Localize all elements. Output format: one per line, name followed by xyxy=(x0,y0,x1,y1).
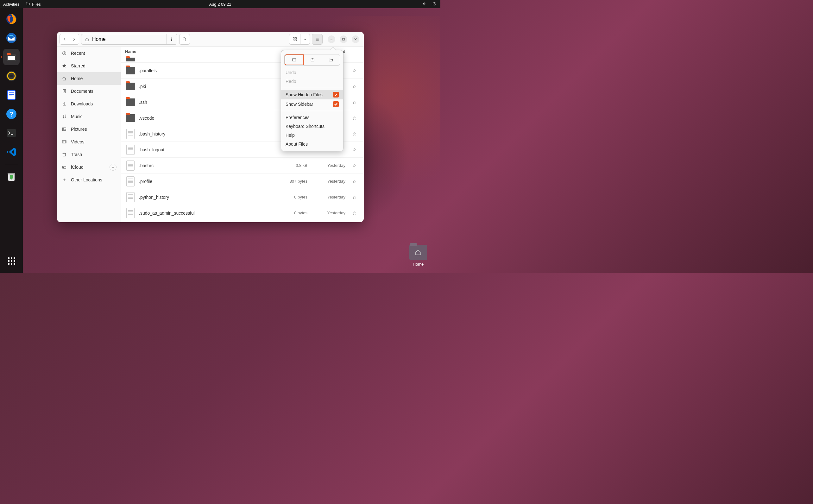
nav-buttons xyxy=(60,34,79,45)
app-menu-label: Files xyxy=(32,2,41,7)
star-button[interactable]: ☆ xyxy=(349,100,360,105)
dock-trash[interactable] xyxy=(3,168,20,185)
menu-show-hidden[interactable]: Show Hidden Files xyxy=(281,90,343,99)
sidebar-item-drive[interactable]: iCloud xyxy=(57,161,121,173)
dock-rhythmbox[interactable] xyxy=(3,68,20,84)
eject-button[interactable] xyxy=(110,164,117,171)
column-name[interactable]: Name xyxy=(125,49,273,54)
path-button[interactable]: Home xyxy=(81,34,166,44)
view-switcher xyxy=(289,34,310,45)
menu-show-sidebar-label: Show Sidebar xyxy=(286,102,313,107)
sidebar-item-home[interactable]: Home xyxy=(57,72,121,85)
folder-icon xyxy=(126,58,135,61)
sidebar-item-star[interactable]: Starred xyxy=(57,60,121,72)
sidebar-item-label: Other Locations xyxy=(71,177,102,182)
menu-icon-row xyxy=(284,54,340,66)
grid-view-button[interactable] xyxy=(289,34,300,45)
sidebar-item-recent[interactable]: Recent xyxy=(57,47,121,60)
dock-files[interactable] xyxy=(3,49,20,65)
volume-icon[interactable] xyxy=(422,2,426,7)
search-button[interactable] xyxy=(179,34,190,45)
svg-rect-43 xyxy=(63,128,66,130)
dock-terminal[interactable] xyxy=(3,125,20,141)
back-button[interactable] xyxy=(60,37,69,42)
sidebar-item-videos[interactable]: Videos xyxy=(57,135,121,148)
menu-help[interactable]: Help xyxy=(281,131,343,140)
star-button[interactable]: ☆ xyxy=(349,179,360,184)
file-row[interactable]: .sudo_as_admin_successful0 bytesYesterda… xyxy=(121,205,364,221)
sidebar-item-pictures[interactable]: Pictures xyxy=(57,123,121,135)
search-icon xyxy=(182,37,187,42)
clock[interactable]: Aug 2 09:21 xyxy=(209,2,231,7)
close-button[interactable] xyxy=(352,35,359,43)
sidebar-item-label: Downloads xyxy=(71,101,93,106)
file-modified: Yesterday xyxy=(307,179,349,184)
checkbox-checked-icon xyxy=(333,101,339,107)
dock-libreoffice-writer[interactable] xyxy=(3,87,20,103)
star-button[interactable]: ☆ xyxy=(349,116,360,121)
maximize-button[interactable] xyxy=(340,35,347,43)
svg-point-24 xyxy=(183,37,185,40)
star-button[interactable]: ☆ xyxy=(349,131,360,136)
dock: ? xyxy=(0,8,23,273)
path-label: Home xyxy=(92,36,106,42)
file-name: .parallels xyxy=(139,68,273,73)
file-row[interactable]: .profile807 bytesYesterday☆ xyxy=(121,173,364,189)
svg-rect-38 xyxy=(63,90,66,93)
dock-thunderbird[interactable] xyxy=(3,30,20,46)
activities-button[interactable]: Activities xyxy=(3,2,19,7)
sidebar-item-other[interactable]: Other Locations xyxy=(57,173,121,186)
file-modified: Yesterday xyxy=(307,211,349,215)
sidebar-item-music[interactable]: Music xyxy=(57,110,121,123)
file-row[interactable]: .bashrc3.8 kBYesterday☆ xyxy=(121,158,364,173)
file-row[interactable]: .python_history0 bytesYesterday☆ xyxy=(121,189,364,205)
sidebar-item-trash[interactable]: Trash xyxy=(57,148,121,161)
power-icon[interactable] xyxy=(432,2,437,7)
hamburger-menu: Undo Redo Show Hidden Files Show Sidebar… xyxy=(281,50,343,151)
drive-icon xyxy=(61,165,67,170)
menu-about[interactable]: About Files xyxy=(281,140,343,148)
svg-rect-13 xyxy=(9,94,14,95)
sidebar-item-downloads[interactable]: Downloads xyxy=(57,98,121,110)
dock-firefox[interactable] xyxy=(3,11,20,27)
sidebar-item-documents[interactable]: Documents xyxy=(57,85,121,98)
file-size: 0 bytes xyxy=(273,211,307,215)
new-folder-button[interactable] xyxy=(322,54,340,65)
svg-text:?: ? xyxy=(9,110,13,118)
star-button[interactable]: ☆ xyxy=(349,84,360,89)
file-size: 3.8 kB xyxy=(273,163,307,168)
new-window-button[interactable] xyxy=(285,54,304,65)
sidebar-item-label: Trash xyxy=(71,152,82,157)
other-icon xyxy=(61,177,67,182)
desktop-home-icon[interactable]: Home xyxy=(406,245,431,267)
music-icon xyxy=(61,114,67,119)
star-button[interactable]: ☆ xyxy=(349,211,360,216)
trash-icon xyxy=(61,152,67,157)
menu-preferences[interactable]: Preferences xyxy=(281,113,343,122)
star-button[interactable]: ☆ xyxy=(349,68,360,73)
file-modified: Yesterday xyxy=(307,195,349,199)
pictures-icon xyxy=(61,127,67,132)
app-menu[interactable]: Files xyxy=(26,2,41,7)
new-tab-button[interactable] xyxy=(304,54,322,65)
star-button[interactable]: ☆ xyxy=(349,195,360,200)
dock-help[interactable]: ? xyxy=(3,106,20,122)
forward-button[interactable] xyxy=(69,37,79,42)
menu-show-sidebar[interactable]: Show Sidebar xyxy=(281,99,343,109)
view-options-button[interactable] xyxy=(300,34,310,45)
dock-show-applications[interactable] xyxy=(3,253,20,269)
minimize-button[interactable] xyxy=(328,35,335,43)
path-menu-button[interactable] xyxy=(166,34,177,44)
svg-rect-45 xyxy=(62,141,66,143)
menu-shortcuts[interactable]: Keyboard Shortcuts xyxy=(281,122,343,131)
hamburger-menu-button[interactable] xyxy=(312,34,323,45)
file-icon xyxy=(126,192,135,202)
svg-point-49 xyxy=(63,167,64,167)
dock-vscode[interactable] xyxy=(3,144,20,160)
file-name: .bash_logout xyxy=(139,147,273,152)
svg-rect-10 xyxy=(8,91,15,99)
downloads-icon xyxy=(61,101,67,106)
star-button[interactable]: ☆ xyxy=(349,147,360,152)
svg-rect-6 xyxy=(8,56,15,60)
star-button[interactable]: ☆ xyxy=(349,163,360,168)
